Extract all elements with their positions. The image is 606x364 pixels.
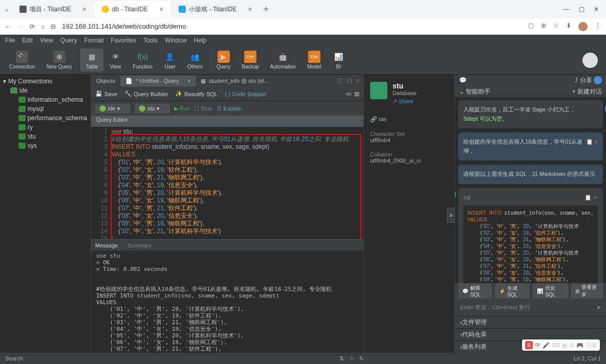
- chevron-down-icon[interactable]: ⌄: [459, 88, 464, 95]
- copy-icon[interactable]: 📋: [585, 194, 592, 200]
- tab-message[interactable]: Message: [95, 242, 118, 248]
- tool-view[interactable]: 👁View: [104, 49, 127, 72]
- refresh-icon[interactable]: ↻: [359, 355, 364, 362]
- chrome-chevron-icon[interactable]: ⌄: [4, 6, 9, 13]
- menu-tools[interactable]: Tools: [143, 37, 158, 44]
- extension-icon[interactable]: ⊕: [541, 22, 546, 31]
- tool-newquery[interactable]: ⊕New Query: [41, 49, 77, 72]
- menu-file[interactable]: File: [5, 37, 15, 44]
- menu-view[interactable]: View: [40, 37, 53, 44]
- tool-bi[interactable]: 📊BI: [327, 49, 350, 72]
- tree-db[interactable]: ry: [0, 123, 91, 132]
- tool-model[interactable]: EntModel: [302, 49, 326, 72]
- maximize-icon[interactable]: ▢: [579, 6, 585, 13]
- share-link[interactable]: ↗ Share: [393, 98, 417, 105]
- sql-editor[interactable]: 123456789101112131415 use stu; #给创建的学生信息…: [91, 127, 363, 239]
- grid-icon[interactable]: ▦: [562, 342, 567, 349]
- site-info-icon[interactable]: ⊟: [51, 23, 56, 30]
- tree-db[interactable]: mysql: [0, 104, 91, 113]
- tab-student[interactable]: ▦student_info @ stu (id...: [196, 76, 273, 86]
- explain-button[interactable]: 🗒 Explain: [217, 105, 242, 111]
- bookmark-icon[interactable]: ☆: [553, 22, 559, 31]
- keyboard-icon[interactable]: ⌨: [552, 342, 560, 349]
- menu-query[interactable]: Query: [60, 37, 77, 44]
- close-window-icon[interactable]: ✕: [594, 6, 599, 13]
- tab-summary[interactable]: Summary: [127, 242, 152, 248]
- tool-query[interactable]: ▶Query: [211, 49, 235, 72]
- menu-help[interactable]: Help: [194, 37, 207, 44]
- clone-label[interactable]: 克隆: [586, 342, 597, 349]
- filter-icon[interactable]: ⇅: [339, 355, 344, 362]
- database-select[interactable]: 🟢 stu ▾: [135, 104, 170, 113]
- newchat-button[interactable]: + 新建对话: [572, 87, 602, 96]
- star-icon[interactable]: ☆: [349, 355, 354, 362]
- close-icon[interactable]: ×: [159, 5, 163, 13]
- list-icon[interactable]: ≡: [356, 77, 359, 85]
- reload-icon[interactable]: ⟳: [30, 23, 35, 30]
- chat-icon[interactable]: 💬: [459, 77, 467, 84]
- close-icon[interactable]: ×: [187, 78, 190, 84]
- insert-icon[interactable]: ↩: [593, 194, 598, 200]
- split-icon[interactable]: ▥: [354, 90, 359, 97]
- profile-icon[interactable]: [578, 22, 588, 31]
- send-icon[interactable]: ➤: [596, 304, 601, 311]
- collapse-button[interactable]: »: [447, 208, 455, 223]
- tool-automation[interactable]: 🤖Automation: [265, 49, 301, 72]
- info-icon[interactable]: ⓘ: [337, 77, 342, 85]
- tree-db[interactable]: sys: [0, 141, 91, 150]
- close-icon[interactable]: ×: [82, 5, 86, 13]
- floating-toolbar[interactable]: S 中 🎤 ⌨ ▦ ⚙ 🎮 克隆: [522, 339, 600, 351]
- brackets-icon[interactable]: ( ): [347, 77, 352, 85]
- menu-favorites[interactable]: Favorites: [111, 37, 136, 44]
- list-icon[interactable]: ≡: [595, 139, 598, 145]
- minimize-icon[interactable]: —: [564, 6, 570, 13]
- opt-sql-button[interactable]: 📊 优化 SQL: [533, 283, 568, 299]
- menu-edit[interactable]: Edit: [22, 37, 33, 44]
- tree-db[interactable]: information_schema: [0, 95, 91, 104]
- tree-db[interactable]: performance_schema: [0, 113, 91, 123]
- tool-backup[interactable]: EntBackup: [236, 49, 264, 72]
- stop-button[interactable]: ☐ Stop: [194, 105, 212, 112]
- home-icon[interactable]: ⌂: [41, 23, 45, 30]
- copy-icon[interactable]: 📋: [586, 139, 593, 145]
- gen-sql-button[interactable]: ⚡ 生成 SQL: [495, 283, 530, 299]
- menu-window[interactable]: Window: [165, 37, 187, 44]
- section-repo[interactable]: › 代码仓库: [455, 328, 606, 340]
- save-button[interactable]: 💾 Save: [95, 90, 117, 97]
- back-icon[interactable]: ←: [5, 23, 11, 30]
- tab-objects[interactable]: Objects: [91, 76, 120, 86]
- layout-icon[interactable]: ▭: [346, 90, 351, 97]
- querybuilder-button[interactable]: 🔧 Query Builder: [124, 90, 168, 97]
- output-panel[interactable]: use stu > OK > Time: 0.002 seconds #给创建的…: [91, 251, 363, 353]
- section-files[interactable]: › 文件管理: [455, 316, 606, 328]
- kebab-icon[interactable]: ⋮: [595, 22, 601, 31]
- mic-icon[interactable]: 🎤: [543, 342, 550, 349]
- ai-chat-body[interactable]: 入能延刃坎攻，且工一半攻 Sage 小归为工， Sdept 可以为空。 📋 ≡ …: [455, 97, 606, 283]
- tool-function[interactable]: f(x)Function: [128, 49, 158, 72]
- forward-icon[interactable]: →: [17, 23, 24, 30]
- expand-icon[interactable]: ▾: [3, 78, 6, 85]
- install-icon[interactable]: ▢: [528, 22, 534, 31]
- run-button[interactable]: ▶ Run: [174, 105, 190, 112]
- menu-format[interactable]: Format: [84, 37, 104, 44]
- search-input[interactable]: Search: [5, 355, 334, 361]
- ai-avatar-small[interactable]: [594, 76, 602, 84]
- tool-others[interactable]: 👥Others: [182, 49, 208, 72]
- new-tab-button[interactable]: +: [263, 4, 269, 15]
- gear-icon[interactable]: ⚙: [569, 342, 574, 349]
- tool-connection[interactable]: 🔌Connection: [4, 49, 40, 72]
- snippet-button[interactable]: ( ) Code Snippet: [225, 91, 266, 97]
- browser-tab-2[interactable]: 小游戏 - TitanIDE ×: [171, 1, 259, 17]
- tool-user[interactable]: 👤User: [159, 49, 181, 72]
- share-icon[interactable]: ⤴: [575, 77, 578, 84]
- browser-tab-0[interactable]: 项目 - TitanIDE ×: [12, 1, 94, 17]
- beautify-button[interactable]: ✨ Beautify SQL: [175, 90, 218, 97]
- connection-select[interactable]: 🟢 ide ▾: [95, 104, 131, 113]
- code-content[interactable]: use stu; #给创建的学生信息表插入10条信息, 学号01从递增, 姓名随…: [112, 127, 363, 239]
- tool-table[interactable]: ▦Table: [80, 49, 103, 72]
- tree-db[interactable]: stu: [0, 132, 91, 141]
- browser-tab-1[interactable]: db - TitanIDE ×: [95, 1, 170, 17]
- ai-code-block[interactable]: INSERT INTO student_info(sno, sname, sex…: [463, 206, 598, 283]
- tree-connection[interactable]: ide: [0, 86, 91, 95]
- close-icon[interactable]: ×: [248, 5, 252, 13]
